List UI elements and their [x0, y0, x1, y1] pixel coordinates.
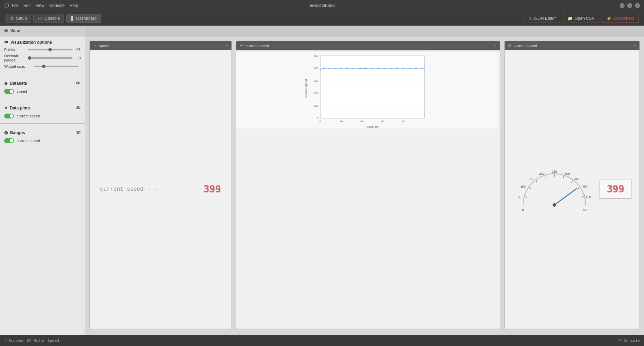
widget-size-option: Widget size:: [4, 64, 81, 68]
chart-widget-icon: 〜: [240, 43, 244, 48]
datasets-icon: ⊕: [4, 81, 8, 86]
speed-toggle[interactable]: [4, 89, 14, 94]
chart-svg: current speed 0 100: [236, 52, 498, 129]
console-right[interactable]: <> Console: [618, 339, 640, 343]
svg-text:0: 0: [317, 117, 319, 120]
svg-text:20: 20: [340, 120, 343, 123]
visualization-options-section: 👁 Visualization options Points: 98 Decim…: [0, 36, 85, 73]
gauge-expand-icon[interactable]: ⤢: [633, 43, 636, 48]
eye-icon: 👁: [4, 28, 8, 33]
menu-view[interactable]: View: [35, 3, 44, 8]
gauge-value-box: 399: [600, 180, 632, 199]
widget-size-label: Widget size:: [4, 64, 32, 68]
speed-widget-title: speed: [99, 43, 109, 48]
points-option: Points: 98: [4, 48, 81, 52]
open-csv-label: Open CSV: [574, 16, 594, 21]
svg-text:250: 250: [552, 170, 557, 173]
chart-widget: 〜 current speed ⤢ current speed: [236, 41, 500, 329]
current-speed-gauge-toggle[interactable]: [4, 138, 14, 143]
svg-text:current speed: current speed: [304, 79, 308, 98]
svg-text:0: 0: [522, 208, 524, 212]
menu-console[interactable]: Console: [49, 3, 65, 8]
decimal-places-label: Decimal places:: [4, 54, 26, 62]
speed-expand-icon[interactable]: ⤢: [225, 43, 228, 48]
setup-button[interactable]: ⚙ Setup: [6, 14, 31, 23]
gauges-title: ◎ Gauges 👁: [4, 130, 81, 135]
json-editor-button[interactable]: {;} JSON Editor: [523, 14, 560, 23]
svg-text:150: 150: [529, 177, 534, 181]
svg-text:80: 80: [402, 120, 405, 123]
open-csv-button[interactable]: 📁 Open CSV: [563, 14, 599, 23]
menu-bar: File Edit View Console Help: [12, 3, 78, 8]
speed-arrow: →→→: [147, 186, 157, 192]
gauge-widget: ◎ current speed ⤢: [504, 41, 640, 329]
points-label: Points:: [4, 48, 26, 52]
json-icon: {;}: [528, 16, 531, 20]
svg-text:300: 300: [564, 172, 570, 175]
status-chevron: ›: [4, 339, 7, 343]
svg-text:40: 40: [360, 120, 364, 123]
disconnect-button[interactable]: ⚡ Disconnect: [602, 14, 638, 23]
console-label: Console: [44, 16, 60, 21]
dashboard-header-label: Data: [95, 28, 104, 33]
menu-edit[interactable]: Edit: [23, 3, 31, 8]
decimal-places-value: 0: [75, 56, 81, 60]
close-button[interactable]: ✕: [635, 3, 640, 8]
console-status-label: Console: [624, 339, 640, 343]
speed-display: current speed →→→ 399: [93, 183, 228, 195]
minimize-button[interactable]: —: [620, 3, 625, 8]
menu-file[interactable]: File: [12, 3, 18, 8]
dashboard-button[interactable]: ▊ Dashboard: [66, 14, 101, 23]
data-plots-icon: ✳: [4, 106, 8, 110]
datasets-title: ⊕ Datasets 👁: [4, 81, 81, 86]
gauge-current-speed: current speed: [4, 138, 81, 143]
json-editor-label: JSON Editor: [533, 16, 556, 21]
data-plots-section: ✳ Data plots 👁 current speed: [0, 102, 85, 122]
data-plots-title: ✳ Data plots 👁: [4, 105, 81, 111]
title-bar: ⬡ File Edit View Console Help Serial Stu…: [0, 0, 644, 11]
data-plots-hide-icon[interactable]: 👁: [76, 105, 81, 111]
svg-text:Samples: Samples: [366, 125, 379, 129]
current-speed-gauge-label: current speed: [17, 139, 40, 143]
svg-line-41: [578, 187, 579, 189]
viz-icon: 👁: [4, 40, 8, 45]
gauges-hide-icon[interactable]: 👁: [76, 130, 81, 135]
svg-text:50: 50: [518, 195, 521, 199]
project-name: Brushed DC Motor Speed: [9, 339, 59, 343]
menu-help[interactable]: Help: [70, 3, 78, 8]
chart-area: current speed 0 100: [236, 52, 498, 327]
decimal-places-slider[interactable]: [28, 57, 73, 59]
gauge-svg: 0 50 100 150 200 250 300: [513, 156, 596, 222]
svg-text:400: 400: [582, 185, 587, 188]
svg-point-45: [553, 203, 556, 207]
svg-text:500: 500: [314, 54, 319, 57]
datasets-hide-icon[interactable]: 👁: [76, 81, 81, 86]
status-bar: › Brushed DC Motor Speed <> Console: [0, 335, 644, 346]
widget-size-slider[interactable]: [34, 66, 79, 67]
chart-expand-icon[interactable]: ⤢: [493, 43, 496, 48]
svg-text:500: 500: [583, 208, 588, 212]
chart-widget-title: current speed: [246, 44, 269, 48]
decimal-places-option: Decimal places: 0: [4, 54, 81, 62]
svg-text:60: 60: [381, 120, 384, 123]
dashboard: ▦ Data → speed ⤢ current speed →→→ 399: [85, 26, 644, 335]
console-icon: <>: [38, 16, 42, 20]
points-value: 98: [75, 48, 81, 52]
svg-text:300: 300: [314, 79, 319, 82]
gauges-icon: ◎: [4, 130, 8, 135]
data-plot-current-speed: current speed: [4, 114, 81, 118]
app-title: Serial Studio: [309, 3, 335, 8]
sidebar-header: 👁 View: [0, 26, 85, 36]
svg-text:0: 0: [319, 120, 321, 123]
speed-widget-icon: →: [93, 43, 97, 48]
console-button[interactable]: <> Console: [33, 14, 64, 23]
svg-line-35: [529, 187, 531, 189]
svg-text:400: 400: [314, 67, 319, 70]
svg-text:200: 200: [539, 172, 544, 175]
current-speed-plot-toggle[interactable]: [4, 114, 14, 118]
maximize-button[interactable]: □: [627, 3, 632, 8]
points-slider[interactable]: [28, 49, 73, 50]
svg-line-40: [571, 180, 573, 183]
dashboard-header: ▦ Data: [85, 26, 644, 36]
speed-label: speed: [17, 89, 27, 93]
